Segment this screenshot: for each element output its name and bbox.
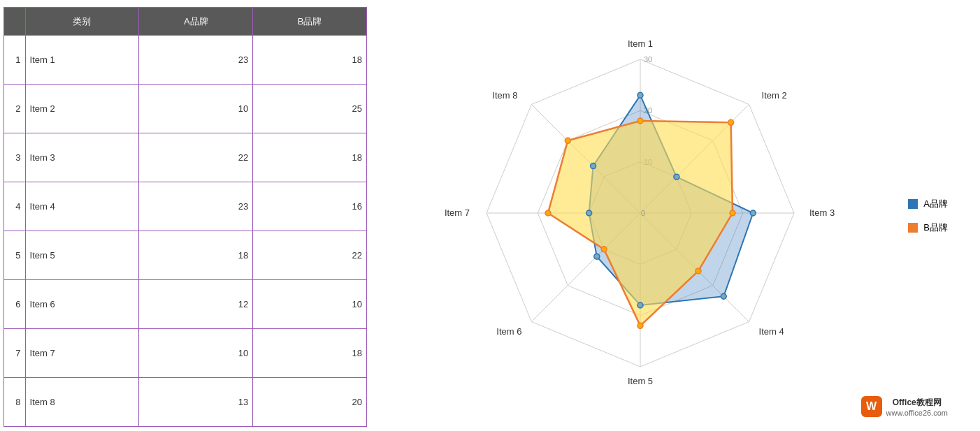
cell-a: 23 bbox=[139, 36, 253, 85]
svg-text:Item 1: Item 1 bbox=[628, 38, 653, 49]
col-header-a: A品牌 bbox=[139, 8, 253, 36]
legend: A品牌 B品牌 bbox=[908, 198, 948, 234]
svg-point-31 bbox=[565, 138, 570, 143]
radar-chart: 102030Item 1Item 2Item 3Item 4Item 5Item… bbox=[389, 7, 962, 424]
svg-point-29 bbox=[601, 247, 607, 252]
svg-point-30 bbox=[545, 210, 551, 216]
cell-category: Item 7 bbox=[25, 329, 139, 378]
svg-text:Item 4: Item 4 bbox=[759, 326, 784, 337]
svg-point-16 bbox=[637, 92, 643, 98]
cell-num: 3 bbox=[4, 133, 26, 182]
col-header-num bbox=[4, 8, 26, 36]
svg-text:Item 2: Item 2 bbox=[762, 90, 787, 101]
svg-point-23 bbox=[591, 163, 596, 169]
svg-point-28 bbox=[637, 323, 643, 328]
watermark-icon: W bbox=[861, 396, 882, 417]
cell-num: 8 bbox=[4, 378, 26, 427]
cell-category: Item 3 bbox=[25, 133, 139, 182]
cell-num: 4 bbox=[4, 182, 26, 231]
svg-point-27 bbox=[696, 268, 701, 274]
cell-a: 23 bbox=[139, 182, 253, 231]
cell-b: 18 bbox=[253, 133, 367, 182]
watermark-line2: www.office26.com bbox=[886, 409, 948, 417]
table-row: 1 Item 1 23 18 bbox=[4, 36, 367, 85]
cell-a: 13 bbox=[139, 378, 253, 427]
table-row: 2 Item 2 10 25 bbox=[4, 85, 367, 133]
cell-num: 7 bbox=[4, 329, 26, 378]
cell-b: 16 bbox=[253, 182, 367, 231]
cell-a: 10 bbox=[139, 329, 253, 378]
legend-color-b bbox=[908, 223, 918, 233]
svg-text:Item 5: Item 5 bbox=[628, 376, 653, 386]
table-row: 3 Item 3 22 18 bbox=[4, 133, 367, 182]
cell-category: Item 2 bbox=[25, 85, 139, 133]
svg-point-24 bbox=[637, 118, 643, 124]
table-row: 7 Item 7 10 18 bbox=[4, 329, 367, 378]
svg-point-19 bbox=[721, 293, 726, 299]
svg-point-25 bbox=[728, 119, 734, 125]
table-section: 类别 A品牌 B品牌 1 Item 1 23 18 2 Item 2 10 25… bbox=[0, 0, 370, 427]
cell-b: 10 bbox=[253, 280, 367, 329]
svg-text:Item 7: Item 7 bbox=[445, 207, 470, 218]
data-table: 类别 A品牌 B品牌 1 Item 1 23 18 2 Item 2 10 25… bbox=[3, 7, 367, 427]
legend-item-b: B品牌 bbox=[908, 221, 948, 234]
svg-point-18 bbox=[750, 210, 756, 216]
watermark-line1: Office教程网 bbox=[886, 397, 948, 409]
watermark: W Office教程网 www.office26.com bbox=[861, 396, 948, 417]
col-header-b: B品牌 bbox=[253, 8, 367, 36]
cell-num: 2 bbox=[4, 85, 26, 133]
svg-point-22 bbox=[586, 210, 592, 216]
cell-a: 18 bbox=[139, 231, 253, 280]
svg-text:Item 8: Item 8 bbox=[492, 90, 517, 101]
cell-b: 18 bbox=[253, 329, 367, 378]
legend-color-a bbox=[908, 199, 918, 209]
table-row: 4 Item 4 23 16 bbox=[4, 182, 367, 231]
table-row: 5 Item 5 18 22 bbox=[4, 231, 367, 280]
legend-label-a: A品牌 bbox=[923, 198, 948, 210]
chart-section: 102030Item 1Item 2Item 3Item 4Item 5Item… bbox=[370, 0, 980, 431]
svg-text:30: 30 bbox=[644, 55, 652, 64]
cell-a: 10 bbox=[139, 85, 253, 133]
cell-num: 1 bbox=[4, 36, 26, 85]
table-row: 6 Item 6 12 10 bbox=[4, 280, 367, 329]
cell-category: Item 6 bbox=[25, 280, 139, 329]
cell-a: 22 bbox=[139, 133, 253, 182]
cell-b: 22 bbox=[253, 231, 367, 280]
cell-num: 5 bbox=[4, 231, 26, 280]
col-header-category: 类别 bbox=[25, 8, 139, 36]
legend-label-b: B品牌 bbox=[923, 221, 948, 234]
cell-category: Item 4 bbox=[25, 182, 139, 231]
svg-text:0: 0 bbox=[641, 209, 645, 217]
svg-point-17 bbox=[674, 174, 679, 180]
table-row: 8 Item 8 13 20 bbox=[4, 378, 367, 427]
cell-category: Item 1 bbox=[25, 36, 139, 85]
cell-a: 12 bbox=[139, 280, 253, 329]
cell-b: 25 bbox=[253, 85, 367, 133]
svg-point-20 bbox=[637, 302, 643, 308]
cell-b: 20 bbox=[253, 378, 367, 427]
legend-item-a: A品牌 bbox=[908, 198, 948, 210]
cell-category: Item 8 bbox=[25, 378, 139, 427]
cell-b: 18 bbox=[253, 36, 367, 85]
cell-num: 6 bbox=[4, 280, 26, 329]
svg-text:Item 6: Item 6 bbox=[496, 326, 521, 337]
svg-point-21 bbox=[594, 254, 600, 259]
chart-container: 102030Item 1Item 2Item 3Item 4Item 5Item… bbox=[389, 7, 962, 424]
svg-text:Item 3: Item 3 bbox=[809, 207, 835, 218]
svg-point-26 bbox=[730, 210, 735, 216]
cell-category: Item 5 bbox=[25, 231, 139, 280]
